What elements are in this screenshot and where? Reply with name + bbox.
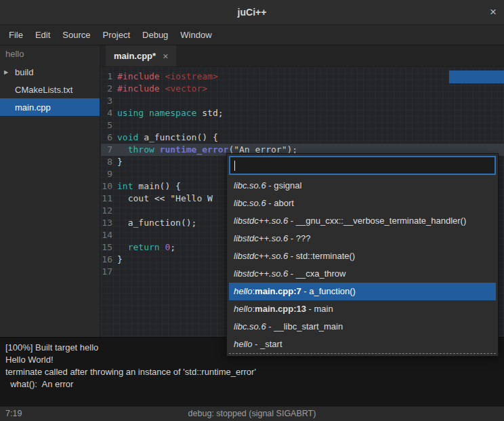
menu-item-window[interactable]: Window bbox=[174, 25, 217, 45]
file-tree: ▶buildCMakeLists.txtmain.cpp bbox=[0, 63, 100, 116]
line-number: 6 bbox=[101, 132, 116, 144]
menu-item-project[interactable]: Project bbox=[97, 25, 136, 45]
line-number: 13 bbox=[101, 217, 116, 229]
code-text bbox=[116, 266, 117, 278]
line-number: 12 bbox=[101, 205, 116, 217]
close-icon[interactable]: × bbox=[490, 0, 497, 24]
tab-main-cpp[interactable]: main.cpp* × bbox=[106, 45, 176, 66]
code-text bbox=[116, 95, 117, 107]
expander-icon[interactable]: ▶ bbox=[0, 69, 15, 75]
code-text bbox=[116, 168, 117, 180]
line-number: 8 bbox=[101, 156, 116, 168]
line-number: 14 bbox=[101, 229, 116, 241]
line-number: 4 bbox=[101, 107, 116, 119]
code-line: 3 bbox=[101, 95, 504, 107]
debug-status: debug: stopped (signal SIGABRT) bbox=[0, 407, 504, 421]
status-bar: 7:19 debug: stopped (signal SIGABRT) bbox=[0, 406, 504, 421]
line-number: 16 bbox=[101, 254, 116, 266]
backtrace-item[interactable]: hello - _start bbox=[229, 336, 496, 353]
backtrace-item[interactable]: libstdc++.so.6 - __gnu_cxx::__verbose_te… bbox=[229, 212, 496, 230]
code-text: #include <vector> bbox=[116, 83, 207, 95]
backtrace-item[interactable]: hello:main.cpp:13 - main bbox=[229, 300, 496, 318]
jucipp-window: juCi++ × FileEditSourceProjectDebugWindo… bbox=[0, 0, 504, 421]
code-line: 2#include <vector> bbox=[101, 83, 504, 95]
backtrace-item[interactable]: libc.so.6 - abort bbox=[229, 195, 496, 212]
popup-search-input[interactable] bbox=[229, 156, 496, 175]
tree-item-label: main.cpp bbox=[15, 102, 51, 113]
line-number: 1 bbox=[101, 71, 116, 83]
code-text: a_function(); bbox=[116, 217, 196, 229]
backtrace-item[interactable]: libc.so.6 - __libc_start_main bbox=[229, 318, 496, 336]
menu-item-edit[interactable]: Edit bbox=[29, 25, 56, 45]
code-text: void a_function() { bbox=[116, 132, 218, 144]
window-title: juCi++ bbox=[0, 0, 504, 24]
sidebar-item-main-cpp[interactable]: main.cpp bbox=[0, 98, 100, 116]
code-text bbox=[116, 229, 117, 241]
backtrace-item-selected[interactable]: hello:main.cpp:7 - a_function() bbox=[229, 283, 496, 300]
backtrace-item[interactable]: libstdc++.so.6 - std::terminate() bbox=[229, 247, 496, 265]
code-text: } bbox=[116, 156, 123, 168]
sidebar-item-cmakelists-txt[interactable]: CMakeLists.txt bbox=[0, 81, 100, 98]
tree-item-label: CMakeLists.txt bbox=[15, 85, 72, 95]
line-number: 2 bbox=[101, 83, 116, 95]
tab-close-icon[interactable]: × bbox=[163, 51, 168, 62]
backtrace-list: libc.so.6 - gsignallibc.so.6 - abortlibs… bbox=[229, 177, 496, 354]
backtrace-item[interactable]: libc.so.6 - gsignal bbox=[229, 177, 496, 195]
code-text: cout << "Hello W bbox=[116, 193, 213, 205]
code-line: 1#include <iostream> bbox=[101, 71, 504, 83]
line-number: 7 bbox=[101, 144, 116, 156]
menu-item-source[interactable]: Source bbox=[56, 25, 96, 45]
code-text: #include <iostream> bbox=[116, 71, 218, 83]
output-line: what(): An error bbox=[5, 378, 499, 390]
code-text bbox=[116, 205, 117, 217]
project-name: hello bbox=[0, 45, 100, 63]
code-text: } bbox=[116, 254, 123, 266]
line-number: 5 bbox=[101, 119, 116, 132]
code-text bbox=[116, 119, 117, 132]
tree-item-label: build bbox=[15, 67, 33, 77]
backtrace-item[interactable]: libstdc++.so.6 - __cxa_throw bbox=[229, 265, 496, 283]
code-line: 6void a_function() { bbox=[101, 132, 504, 144]
backtrace-item[interactable]: libstdc++.so.6 - ??? bbox=[229, 230, 496, 247]
code-text: using namespace std; bbox=[116, 107, 224, 119]
backtrace-popup: libc.so.6 - gsignallibc.so.6 - abortlibs… bbox=[226, 153, 499, 357]
code-text: return 0; bbox=[116, 241, 175, 254]
tab-label: main.cpp* bbox=[114, 51, 156, 61]
output-line: terminate called after throwing an insta… bbox=[5, 366, 499, 378]
menu-item-file[interactable]: File bbox=[3, 25, 29, 45]
code-line: 5 bbox=[101, 119, 504, 132]
code-line: 4using namespace std; bbox=[101, 107, 504, 119]
line-number: 17 bbox=[101, 266, 116, 278]
line-number: 15 bbox=[101, 241, 116, 254]
text-caret bbox=[234, 161, 235, 171]
tab-bar: main.cpp* × bbox=[101, 45, 504, 67]
menu-item-debug[interactable]: Debug bbox=[136, 25, 174, 45]
sidebar-item-build[interactable]: ▶build bbox=[0, 63, 100, 81]
line-number: 9 bbox=[101, 168, 116, 180]
code-text: int main() { bbox=[116, 180, 181, 193]
scroll-position-indicator[interactable] bbox=[449, 71, 504, 83]
sidebar: hello ▶buildCMakeLists.txtmain.cpp bbox=[0, 45, 100, 337]
line-number: 11 bbox=[101, 193, 116, 205]
line-number: 3 bbox=[101, 95, 116, 107]
menu-bar: FileEditSourceProjectDebugWindow bbox=[0, 25, 504, 45]
line-number: 10 bbox=[101, 180, 116, 193]
title-bar: juCi++ × bbox=[0, 0, 504, 25]
